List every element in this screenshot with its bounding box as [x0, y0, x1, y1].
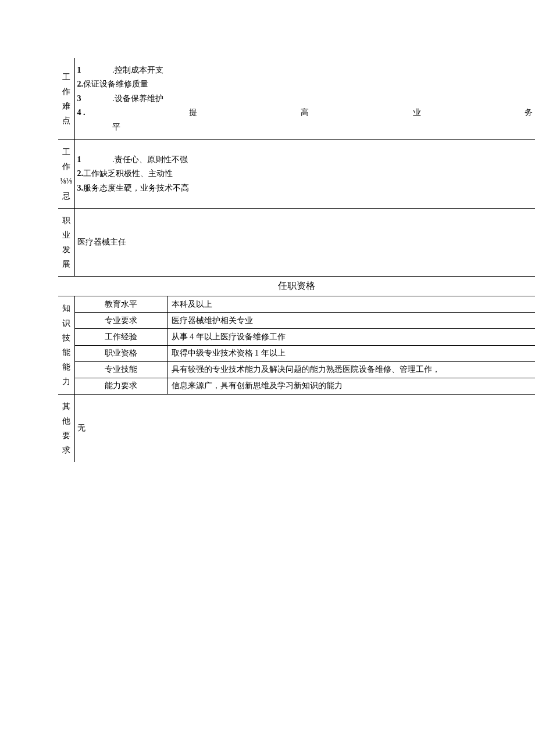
- justified-char: 提: [189, 106, 197, 119]
- other-content: 无: [74, 394, 535, 462]
- label-char: 识: [59, 316, 73, 331]
- career-row: 职 业 发 展 医疗器械主任: [58, 208, 535, 277]
- qualification-sublabel: 教育水平: [74, 296, 167, 313]
- item-number: 3.: [77, 182, 84, 195]
- qualification-row: 工作经验 从事 4 年以上医疗设备维修工作: [58, 329, 535, 345]
- qualification-value: 取得中级专业技术资格 1 年以上: [167, 345, 535, 361]
- label-char: 求: [59, 443, 73, 457]
- label-char: 知: [59, 301, 73, 316]
- label-char: 职: [59, 213, 73, 228]
- taboos-content: 1 .责任心、原则性不强 2.工作缺乏积极性、主动性 3.服务态度生硬，业务技术…: [74, 139, 535, 208]
- label-char: 要: [59, 428, 73, 443]
- label-char: 作: [59, 159, 73, 174]
- label-char: 工: [59, 145, 73, 159]
- item-number: 4 .: [77, 106, 85, 119]
- list-item: 3.服务态度生硬，业务技术不高: [77, 182, 533, 195]
- item-text: .责任心、原则性不强: [112, 155, 188, 164]
- item-text: 平: [112, 123, 120, 131]
- label-char: 工: [59, 70, 73, 84]
- item-text: .控制成本开支: [112, 66, 163, 74]
- qualification-sublabel: 能力要求: [74, 378, 167, 394]
- item-number: 2.: [77, 167, 84, 180]
- qualification-sublabel: 工作经验: [74, 329, 167, 345]
- qualification-sublabel: 专业技能: [74, 361, 167, 378]
- label-char: 发: [59, 242, 73, 257]
- label-char: 能: [59, 345, 73, 360]
- qualification-value: 具有较强的专业技术能力及解决问题的能力熟悉医院设备维修、管理工作，: [167, 361, 535, 378]
- label-char: 能: [59, 360, 73, 374]
- qualification-row: 职业资格 取得中级专业技术资格 1 年以上: [58, 345, 535, 361]
- knowledge-label: 知 识 技 能 能 力: [58, 296, 74, 394]
- difficulties-label: 工 作 难 点: [58, 58, 74, 139]
- item-text: .设备保养维护: [112, 94, 163, 103]
- label-char: 他: [59, 414, 73, 428]
- taboos-label: 工 作 ⅛⅛ 忌: [58, 139, 74, 208]
- difficulties-row: 工 作 难 点 1 .控制成本开支 2.保证设备维修质量 3 .设备保养维护 4…: [58, 58, 535, 139]
- list-item: 1 .控制成本开支: [77, 64, 533, 77]
- other-label: 其 他 要 求: [58, 394, 74, 462]
- label-char: 展: [59, 257, 73, 271]
- qualification-row: 知 识 技 能 能 力 教育水平 本科及以上: [58, 296, 535, 313]
- qualification-row: 专业技能 具有较强的专业技术能力及解决问题的能力熟悉医院设备维修、管理工作，: [58, 361, 535, 378]
- list-item: 2.保证设备维修质量: [77, 78, 533, 91]
- justified-char: 高: [301, 106, 309, 119]
- label-char: 难: [59, 99, 73, 113]
- list-item-tail: 平: [77, 121, 533, 134]
- label-char: 作: [59, 84, 73, 99]
- label-char: 业: [59, 228, 73, 242]
- other-row: 其 他 要 求 无: [58, 394, 535, 462]
- qualification-value: 从事 4 年以上医疗设备维修工作: [167, 329, 535, 345]
- label-char: 力: [59, 374, 73, 389]
- label-char: 点: [59, 113, 73, 128]
- item-number: 2.: [77, 78, 84, 91]
- career-text: 医疗器械主任: [77, 238, 126, 246]
- qualification-value: 信息来源广，具有创新思维及学习新知识的能力: [167, 378, 535, 394]
- item-number: 1: [77, 64, 81, 77]
- section-title: 任职资格: [278, 281, 315, 291]
- qualification-sublabel: 专业要求: [74, 313, 167, 329]
- label-char: 其: [59, 399, 73, 414]
- career-content: 医疗器械主任: [74, 208, 535, 277]
- taboos-row: 工 作 ⅛⅛ 忌 1 .责任心、原则性不强 2.工作缺乏积极性、主动性 3.服务…: [58, 139, 535, 208]
- list-item: 2.工作缺乏积极性、主动性: [77, 167, 533, 180]
- justified-char: 业: [413, 106, 421, 119]
- item-text: 保证设备维修质量: [83, 80, 148, 88]
- qualifications-header-row: 任职资格: [58, 277, 535, 296]
- justified-char: 务: [525, 106, 533, 119]
- qualification-row: 能力要求 信息来源广，具有创新思维及学习新知识的能力: [58, 378, 535, 394]
- item-number: 1: [77, 153, 81, 166]
- qualification-row: 专业要求 医疗器械维护相关专业: [58, 313, 535, 329]
- label-char: 技: [59, 331, 73, 345]
- label-char: 忌: [59, 189, 73, 203]
- other-text: 无: [77, 424, 85, 432]
- item-text: 服务态度生硬，业务技术不高: [83, 184, 189, 192]
- difficulties-content: 1 .控制成本开支 2.保证设备维修质量 3 .设备保养维护 4 . 提 高 业…: [74, 58, 535, 139]
- qualifications-header: 任职资格: [58, 277, 535, 296]
- qualification-value: 本科及以上: [167, 296, 535, 313]
- list-item-justified: 4 . 提 高 业 务: [77, 106, 533, 119]
- item-number: 3: [77, 92, 81, 105]
- item-text: 工作缺乏积极性、主动性: [83, 169, 173, 178]
- list-item: 3 .设备保养维护: [77, 92, 533, 105]
- career-label: 职 业 发 展: [58, 208, 74, 277]
- list-item: 1 .责任心、原则性不强: [77, 153, 533, 166]
- label-char: ⅛⅛: [59, 174, 73, 188]
- qualification-value: 医疗器械维护相关专业: [167, 313, 535, 329]
- qualification-sublabel: 职业资格: [74, 345, 167, 361]
